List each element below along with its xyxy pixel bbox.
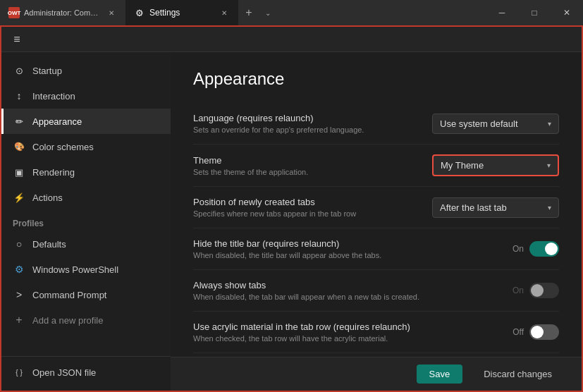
tab-settings-close[interactable]: ✕ [219,7,230,18]
content-area: Appearance Language (requires relaunch) … [171,52,582,357]
tab-position-label: Position of newly created tabs [193,197,418,207]
sidebar-item-cmdprompt[interactable]: Command Prompt [1,282,171,307]
tab-position-desc: Specifies where new tabs appear in the t… [193,209,418,218]
colorschemes-icon [13,140,25,153]
theme-info: Theme Sets the theme of the application. [193,155,418,176]
language-dropdown[interactable]: Use system default ▾ [432,114,559,134]
language-desc: Sets an override for the app's preferred… [193,125,418,134]
title-bar: OWT Administrator: Command Prom... ✕ ⚙ S… [0,0,583,25]
acrylic-toggle[interactable] [529,324,559,340]
actions-icon [13,191,25,204]
sidebar-item-actions[interactable]: Actions [1,185,171,210]
json-icon [13,366,25,379]
sidebar-item-appearance[interactable]: ✏ Appearance [1,109,171,134]
always-show-tabs-info: Always show tabs When disabled, the tab … [193,280,498,301]
acrylic-desc: When checked, the tab row will have the … [193,334,498,343]
language-value: Use system default [440,118,518,129]
sidebar-item-colorschemes-label: Color schemes [32,142,94,152]
sidebar-item-startup[interactable]: Startup [1,58,171,83]
acrylic-info: Use acrylic material in the tab row (req… [193,321,498,343]
sidebar-item-addprofile[interactable]: Add a new profile [1,307,171,333]
tab-settings[interactable]: ⚙ Settings ✕ [125,0,238,25]
sidebar-item-interaction-label: Interaction [32,91,75,102]
tab-cmd[interactable]: OWT Administrator: Command Prom... ✕ [0,0,125,25]
theme-desc: Sets the theme of the application. [193,168,418,176]
theme-dropdown[interactable]: My Theme ▾ [432,154,559,176]
sidebar-item-powershell[interactable]: Windows PowerShell [1,257,171,282]
acrylic-control: Off [513,324,559,340]
always-show-tabs-desc: When disabled, the tab bar will appear w… [193,293,498,301]
tab-dropdown-button[interactable]: ⌄ [259,0,276,25]
title-bar-toggle[interactable] [529,241,559,257]
rendering-icon [13,166,25,178]
tab-position-dropdown[interactable]: After the last tab ▾ [432,197,559,218]
tab-bar: OWT Administrator: Command Prom... ✕ ⚙ S… [0,0,486,25]
title-bar-setting: Hide the title bar (requires relaunch) W… [193,228,559,270]
always-show-tabs-toggle-label: On [513,286,524,295]
sidebar-item-interaction[interactable]: Interaction [1,83,171,109]
sidebar-item-rendering-label: Rendering [32,167,75,178]
title-bar-info: Hide the title bar (requires relaunch) W… [193,238,498,259]
cmd-icon: OWT [8,7,20,18]
acrylic-setting: Use acrylic material in the tab row (req… [193,312,559,353]
sidebar-item-actions-label: Actions [32,192,63,203]
settings-icon: ⚙ [134,7,145,18]
sidebar: Startup Interaction ✏ Appearance Color s… [1,52,171,391]
open-json-button[interactable]: Open JSON file [1,360,171,385]
language-control: Use system default ▾ [432,114,559,134]
always-show-tabs-toggle-container: On [513,283,559,298]
close-button[interactable]: ✕ [551,0,583,25]
language-info: Language (requires relaunch) Sets an ove… [193,113,418,134]
profiles-section-label: Profiles [1,210,171,231]
sidebar-item-rendering[interactable]: Rendering [1,159,171,185]
tab-position-control: After the last tab ▾ [432,197,559,218]
tab-position-setting: Position of newly created tabs Specifies… [193,187,559,228]
tab-cmd-close[interactable]: ✕ [106,7,117,18]
new-tab-button[interactable]: + [238,0,259,25]
acrylic-toggle-label: Off [513,327,524,337]
sidebar-item-colorschemes[interactable]: Color schemes [1,134,171,159]
page-title: Appearance [193,69,559,89]
window-controls: ─ □ ✕ [486,0,583,25]
tab-settings-label: Settings [149,8,180,18]
sidebar-item-appearance-label: Appearance [32,116,82,127]
sidebar-item-defaults[interactable]: Defaults [1,231,171,257]
discard-button[interactable]: Discard changes [471,365,565,384]
tab-position-dropdown-arrow: ▾ [548,204,551,212]
app-container: ≡ Startup Interaction ✏ Appearance Color… [0,25,583,392]
add-profile-icon [13,314,25,326]
tab-position-info: Position of newly created tabs Specifies… [193,197,418,218]
theme-control: My Theme ▾ [432,154,559,176]
sidebar-item-powershell-label: Windows PowerShell [32,264,118,275]
always-show-tabs-label: Always show tabs [193,280,498,290]
always-show-tabs-toggle[interactable] [529,283,559,298]
title-bar-toggle-container: On [513,241,559,257]
startup-icon [13,64,25,77]
toolbar: ≡ [1,27,582,52]
menu-button[interactable]: ≡ [7,30,27,49]
maximize-button[interactable]: □ [518,0,551,25]
sidebar-bottom: Open JSON file [1,356,171,385]
tab-position-value: After the last tab [440,202,507,213]
appearance-icon: ✏ [13,115,25,128]
interaction-icon [13,90,25,102]
title-bar-label: Hide the title bar (requires relaunch) [193,238,498,249]
acrylic-toggle-thumb [531,326,544,338]
defaults-icon [13,238,25,250]
sidebar-item-defaults-label: Defaults [32,239,66,250]
minimize-button[interactable]: ─ [486,0,518,25]
sidebar-item-cmdprompt-label: Command Prompt [32,290,106,300]
save-button[interactable]: Save [417,365,463,384]
sidebar-item-startup-label: Startup [32,66,62,76]
open-json-label: Open JSON file [32,367,96,378]
language-dropdown-arrow: ▾ [548,120,551,128]
always-show-tabs-setting: Always show tabs When disabled, the tab … [193,270,559,312]
tab-cmd-label: Administrator: Command Prom... [24,8,102,17]
title-bar-desc: When disabled, the title bar will appear… [193,251,498,259]
theme-dropdown-arrow: ▾ [547,161,551,169]
always-show-tabs-toggle-thumb [531,284,544,297]
sidebar-item-addprofile-label: Add a new profile [32,315,103,326]
theme-setting: Theme Sets the theme of the application.… [193,145,559,187]
bottom-bar: Save Discard changes [171,357,582,391]
powershell-icon [13,263,25,276]
